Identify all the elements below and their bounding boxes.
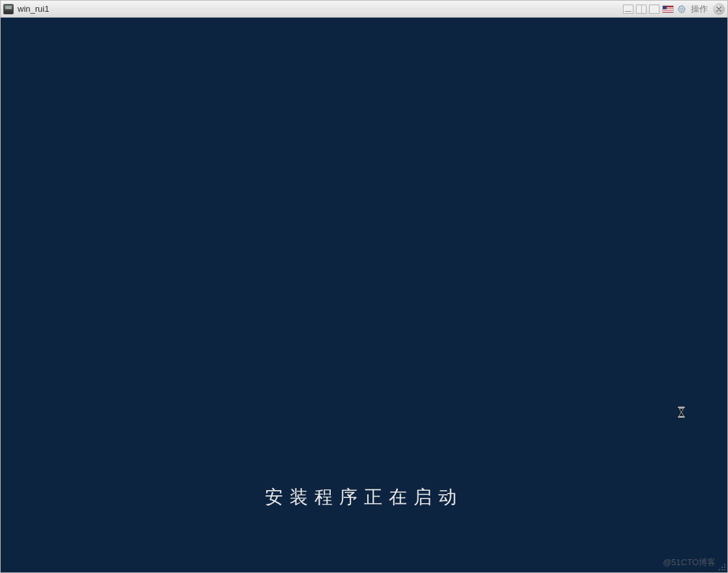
resize-grip-icon[interactable] [717, 562, 726, 571]
window-control-button-1[interactable] [623, 5, 633, 14]
titlebar-controls: 操作 [623, 3, 725, 15]
console-icon [3, 4, 14, 14]
svg-point-7 [721, 569, 723, 570]
gear-icon[interactable] [676, 4, 687, 14]
titlebar[interactable]: win_rui1 操作 [1, 1, 727, 18]
svg-rect-1 [678, 407, 685, 408]
svg-point-0 [680, 8, 683, 10]
action-label[interactable]: 操作 [690, 3, 709, 15]
hourglass-icon [676, 406, 686, 418]
svg-rect-2 [678, 416, 685, 417]
svg-point-8 [724, 569, 725, 570]
window-title: win_rui1 [18, 4, 49, 14]
svg-point-3 [724, 564, 725, 565]
watermark-text: @51CTO博客 [663, 557, 716, 568]
svg-point-5 [724, 566, 725, 568]
content-area: 安装程序正在启动 @51CTO博客 [1, 18, 727, 572]
window-frame: win_rui1 操作 安装程序正在启动 [0, 0, 728, 573]
window-control-button-2[interactable] [636, 5, 646, 14]
us-flag-icon[interactable] [662, 5, 674, 13]
close-button[interactable] [713, 3, 725, 15]
svg-point-6 [719, 569, 720, 570]
window-control-button-3[interactable] [649, 5, 660, 14]
svg-point-4 [721, 566, 723, 568]
install-status-text: 安装程序正在启动 [265, 485, 463, 510]
